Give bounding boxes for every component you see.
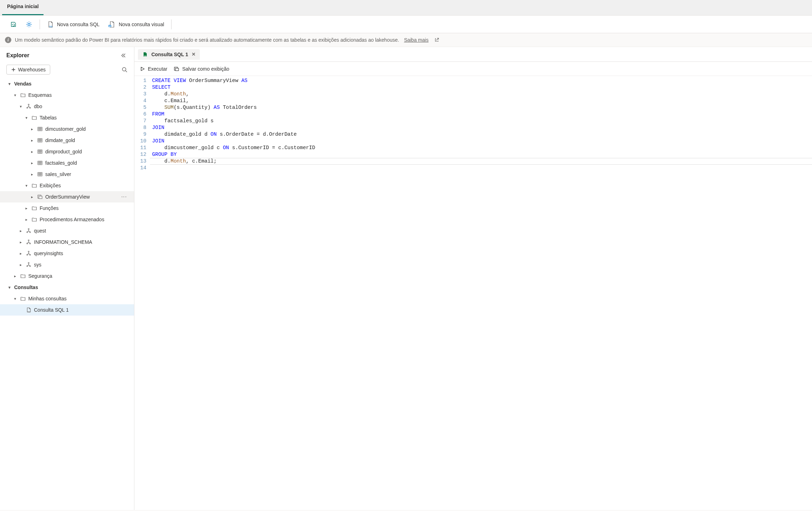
line-number: 10 [134,138,146,145]
explorer-panel: Explorer Warehouses ▾ Vendas ▾ [0,47,134,510]
plus-icon [11,67,16,72]
tree-label: factsales_gold [45,160,77,166]
line-number: 9 [134,131,146,138]
code-line[interactable]: SUM(s.Quantity) AS TotalOrders [152,104,812,111]
line-number: 12 [134,151,146,158]
add-warehouse-button[interactable]: Warehouses [6,65,50,75]
svg-rect-13 [38,172,42,176]
tree-node-quest[interactable]: ▸ quest [0,225,134,236]
row-more-button[interactable]: ··· [121,194,127,200]
file-tab-strip: SQL Consulta SQL 1 ✕ [134,47,812,62]
code-line[interactable]: FROM [152,111,812,118]
tree-view-ordersummary[interactable]: ▸ OrderSummaryView ··· [0,191,134,202]
chevron-double-left-icon [121,53,126,58]
tree-node-dbo[interactable]: ▾ dbo [0,101,134,112]
tree-label: Tabelas [40,115,57,121]
tab-home[interactable]: Página inicial [2,0,44,15]
line-number: 11 [134,145,146,151]
sql-file-icon: SQL [47,21,54,28]
code-line[interactable]: SELECT [152,84,812,91]
toolbar-divider-2 [171,19,172,29]
new-sql-query-button[interactable]: SQL Nova consulta SQL [45,19,102,29]
tree-node-exibicoes[interactable]: ▾ Exibições [0,180,134,191]
code-line[interactable]: dimdate_gold d ON s.OrderDate = d.OrderD… [152,131,812,138]
save-as-view-button[interactable]: Salvar como exibição [174,66,229,72]
settings-button[interactable] [23,19,35,29]
collapse-explorer-button[interactable] [119,51,128,60]
run-button[interactable]: Executar [140,66,167,72]
learn-more-link[interactable]: Saiba mais [404,37,428,43]
tree-query-sql1[interactable]: SQL Consulta SQL 1 [0,304,134,316]
gear-icon [25,21,33,28]
svg-text:SQL: SQL [144,55,147,57]
svg-text:SQL: SQL [49,25,53,28]
tree-node-esquemas[interactable]: ▾ Esquemas [0,89,134,101]
svg-rect-15 [39,196,42,199]
tree-node-information-schema[interactable]: ▸ INFORMATION_SCHEMA [0,236,134,248]
tree-node-procedimentos[interactable]: ▸ Procedimentos Armazenados [0,214,134,225]
schema-icon [25,228,32,234]
tree-node-queryinsights[interactable]: ▸ queryinsights [0,248,134,259]
line-number: 13 [134,158,146,165]
code-lines[interactable]: CREATE VIEW OrderSummaryView AS SELECT d… [150,77,812,171]
save-view-icon [174,66,179,72]
code-line[interactable] [152,165,812,171]
chevron-right-icon: ▸ [30,127,35,131]
page-tab-strip: Página inicial [0,0,812,16]
editor-toolbar: Executar Salvar como exibição [134,62,812,76]
code-line[interactable]: CREATE VIEW OrderSummaryView AS [152,77,812,84]
explorer-tree: ▾ Vendas ▾ Esquemas ▾ dbo ▾ Tabelas [0,78,134,510]
code-line[interactable]: factsales_gold s [152,118,812,124]
code-line[interactable]: dimcustomer_gold c ON s.CustomerID = c.C… [152,145,812,151]
tree-table-dimcustomer[interactable]: ▸ dimcustomer_gold [0,123,134,135]
tree-table-salessilver[interactable]: ▸ sales_silver [0,169,134,180]
schema-icon [25,262,32,268]
tree-label: Minhas consultas [28,296,66,301]
tree-label: dimcustomer_gold [45,126,86,132]
chevron-right-icon: ▸ [18,229,23,233]
code-line[interactable]: JOIN [152,124,812,131]
chevron-down-icon: ▾ [18,104,23,109]
tree-table-dimdate[interactable]: ▸ dimdate_gold [0,135,134,146]
file-tab-sql1[interactable]: SQL Consulta SQL 1 ✕ [138,49,200,60]
chevron-right-icon: ▸ [30,138,35,143]
code-line[interactable]: GROUP BY [152,151,812,158]
refresh-button[interactable] [8,19,19,29]
code-line[interactable]: d.Month, c.Email; [152,158,812,165]
code-line[interactable]: JOIN [152,138,812,145]
code-editor[interactable]: 1 2 3 4 5 6 7 8 9 10 11 12 13 14 CREATE … [134,76,812,171]
tree-node-vendas[interactable]: ▾ Vendas [0,78,134,89]
chevron-down-icon: ▾ [13,296,18,301]
folder-icon [31,183,37,188]
code-line[interactable]: d.Month, [152,91,812,98]
schema-icon [25,239,32,245]
svg-point-16 [28,229,29,230]
svg-rect-9 [38,127,42,131]
tree-node-sys[interactable]: ▸ sys [0,259,134,270]
close-tab-button[interactable]: ✕ [192,52,196,57]
folder-icon [31,115,37,121]
svg-point-25 [28,263,29,264]
tree-node-funcoes[interactable]: ▸ Funções [0,202,134,214]
tree-node-consultas[interactable]: ▾ Consultas [0,282,134,293]
line-number: 14 [134,165,146,171]
tree-table-dimproduct[interactable]: ▸ dimproduct_gold [0,146,134,157]
search-button[interactable] [120,65,129,74]
line-number-gutter: 1 2 3 4 5 6 7 8 9 10 11 12 13 14 [134,77,150,171]
tree-label: Exibições [40,183,61,188]
tree-label: Funções [40,205,59,211]
tree-label: sales_silver [45,171,71,177]
table-icon [37,149,43,154]
chevron-right-icon: ▸ [18,240,23,245]
new-visual-query-button[interactable]: Nova consulta visual [106,19,166,29]
tree-table-factsales[interactable]: ▸ factsales_gold [0,157,134,169]
chevron-right-icon: ▸ [30,172,35,177]
tree-node-minhas-consultas[interactable]: ▾ Minhas consultas [0,293,134,304]
tree-node-seguranca[interactable]: ▸ Segurança [0,270,134,282]
svg-rect-31 [175,68,179,71]
view-icon [37,194,43,200]
folder-icon [31,217,37,222]
code-line[interactable]: c.Email, [152,98,812,104]
tree-node-tabelas[interactable]: ▾ Tabelas [0,112,134,123]
file-tab-label: Consulta SQL 1 [151,52,188,57]
